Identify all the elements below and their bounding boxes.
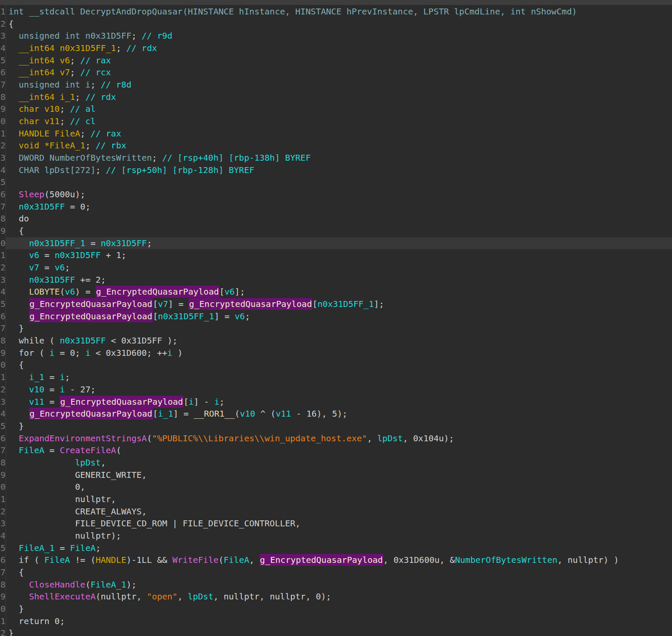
line-number: 15 — [0, 176, 6, 188]
highlighted-identifier[interactable]: g_EncryptedQuasarPayload — [29, 298, 153, 310]
variable-or-comment-token: i — [167, 348, 172, 358]
code-line: 14 CHAR lpDst[272]; // [rsp+50h] [rbp-12… — [0, 164, 672, 176]
code-token: , 0x31D600u, & — [383, 555, 455, 565]
code-line: 29 for ( i = 0; i < 0x31D600; ++i ) — [0, 347, 672, 359]
variable-or-comment-token: n0x31D5FF — [54, 250, 100, 260]
line-number: 35 — [0, 420, 6, 432]
code-token: = 0; — [54, 348, 85, 358]
code-line: 17 n0x31D5FF = 0; — [0, 201, 672, 213]
code-token: , nullptr, nullptr, 0); — [214, 591, 331, 602]
code-token — [9, 250, 29, 260]
code-line: 31 i_1 = i; — [0, 371, 672, 383]
code-text: __int64 v6; // rax — [6, 54, 672, 67]
code-text: void *FileA_1; // rbx — [6, 139, 672, 152]
code-token: CHAR lpDst[272] — [9, 165, 96, 175]
variable-or-comment-token: NumberOfBytesWritten — [455, 555, 558, 565]
line-number: 42 — [0, 505, 6, 518]
line-number: 26 — [0, 310, 6, 323]
line-number: 7 — [0, 79, 6, 91]
code-text: v7 = v6; — [6, 261, 672, 274]
decompiler-pane: 1int __stdcall DecryptAndDropQuasar(HINS… — [0, 0, 672, 636]
code-token: = — [54, 543, 70, 553]
code-token: , nullptr) ) — [557, 555, 619, 565]
code-line: 39 GENERIC_WRITE, — [0, 469, 672, 481]
code-text: GENERIC_WRITE, — [6, 469, 672, 481]
highlighted-identifier[interactable]: g_EncryptedQuasarPayload — [60, 396, 183, 408]
code-token: ; — [152, 153, 162, 163]
line-number: 13 — [0, 152, 6, 164]
line-number: 51 — [0, 615, 6, 627]
code-token: < 0x31D600; ++ — [91, 348, 168, 358]
variable-or-comment-token: // r8d — [101, 80, 131, 90]
code-token: unsigned int n0x31D5FF — [9, 31, 131, 41]
variable-or-comment-token: v11 — [276, 409, 291, 419]
code-text: { — [6, 18, 672, 30]
line-number: 24 — [0, 286, 6, 298]
line-number: 9 — [0, 103, 6, 115]
code-token: + 1; — [101, 250, 126, 260]
code-text: __int64 v7; // rcx — [6, 66, 672, 79]
line-number: 29 — [0, 347, 6, 359]
variable-or-comment-token: v6 — [65, 287, 75, 297]
code-text: ShellExecuteA(nullptr, "open", lpDst, nu… — [6, 591, 672, 603]
variable-or-comment-token: v7 — [29, 262, 39, 273]
code-text: } — [6, 322, 672, 335]
code-token: do — [9, 213, 29, 224]
api-call-token: ExpandEnvironmentStringsA — [19, 433, 147, 443]
code-line: 35 } — [0, 420, 672, 432]
code-token: ( — [147, 433, 152, 443]
variable-or-comment-token: n0x31D5FF — [29, 275, 75, 285]
variable-or-comment-token: // al — [70, 104, 96, 114]
variable-or-comment-token: // rdx — [85, 92, 116, 102]
variable-or-comment-token: i — [85, 348, 91, 358]
variable-or-comment-token: // rax — [91, 128, 121, 139]
code-token: if ( — [9, 555, 44, 565]
pseudocode-view[interactable]: 1int __stdcall DecryptAndDropQuasar(HINS… — [0, 6, 672, 636]
code-token: { — [9, 360, 24, 370]
line-number: 3 — [0, 30, 6, 42]
code-token: = — [85, 238, 101, 248]
code-token: ; — [96, 543, 101, 553]
code-text: { — [6, 225, 672, 237]
code-line: 3 unsigned int n0x31D5FF; // r9d — [0, 30, 672, 42]
code-token — [9, 238, 29, 248]
code-line: 19 { — [0, 225, 672, 237]
code-line: 40 0, — [0, 481, 672, 493]
code-line: 1int __stdcall DecryptAndDropQuasar(HINS… — [0, 6, 672, 18]
highlighted-identifier[interactable]: g_EncryptedQuasarPayload — [96, 286, 219, 298]
code-text: lpDst, — [6, 457, 672, 469]
highlighted-identifier[interactable]: g_EncryptedQuasarPayload — [188, 298, 312, 310]
code-token: (5000u); — [44, 189, 85, 199]
line-number: 14 — [0, 164, 6, 176]
code-token — [9, 591, 29, 602]
line-number: 2 — [0, 18, 6, 30]
line-number: 25 — [0, 298, 6, 310]
line-number: 39 — [0, 469, 6, 481]
code-text: FILE_DEVICE_CD_ROM | FILE_DEVICE_CONTROL… — [6, 517, 672, 530]
code-text: CloseHandle(FileA_1); — [6, 579, 672, 591]
variable-or-comment-token: v6 — [225, 287, 235, 297]
code-token: while ( — [9, 335, 60, 346]
highlighted-identifier[interactable]: g_EncryptedQuasarPayload — [29, 310, 153, 322]
code-line: 23 n0x31D5FF += 2; — [0, 274, 672, 286]
code-line: 32 v10 = i - 27; — [0, 383, 672, 396]
highlighted-identifier[interactable]: g_EncryptedQuasarPayload — [259, 554, 383, 566]
code-token: ; — [60, 116, 70, 126]
code-token: - 27; — [65, 384, 95, 395]
code-token: } — [9, 323, 24, 333]
code-line: 48 CloseHandle(FileA_1); — [0, 579, 672, 591]
variable-or-comment-token: i — [214, 397, 219, 407]
code-token — [9, 457, 75, 468]
code-token: __int64 v6 — [9, 55, 70, 65]
code-token: , — [367, 433, 377, 443]
code-token: ; — [91, 80, 101, 90]
highlighted-identifier[interactable]: g_EncryptedQuasarPayload — [29, 408, 153, 420]
code-line: 25 g_EncryptedQuasarPayload[v7] = g_Encr… — [0, 298, 672, 310]
code-token: [ — [219, 287, 225, 297]
code-line: 47 { — [0, 566, 672, 579]
variable-or-comment-token: lpDst — [75, 457, 101, 468]
variable-or-comment-token: v10 — [240, 409, 255, 419]
variable-or-comment-token: // rdx — [126, 43, 157, 53]
code-text: { — [6, 359, 672, 371]
line-number: 50 — [0, 603, 6, 615]
